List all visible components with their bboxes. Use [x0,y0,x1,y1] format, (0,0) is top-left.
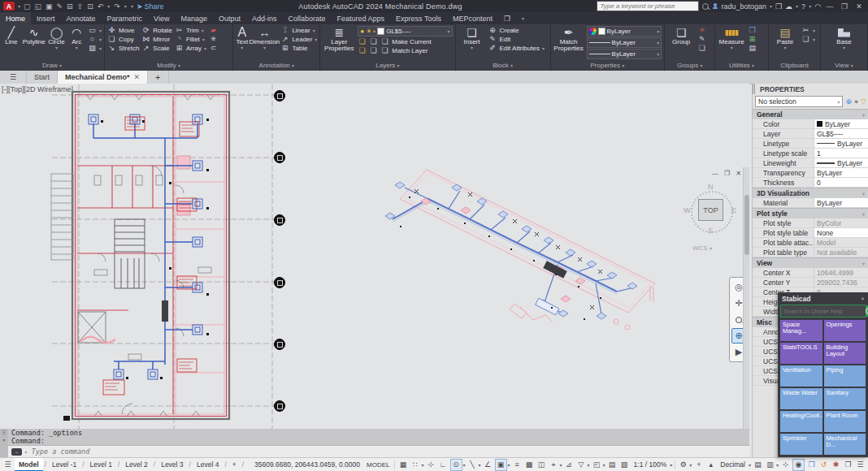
group-toggle-button[interactable]: ❏ [697,44,706,52]
cmd-expand-icon[interactable]: ▾ [2,437,5,443]
cut-button[interactable]: ✂▾ [801,26,815,34]
lasso-icon[interactable]: ↺ [818,460,829,470]
edit-attributes-button[interactable]: ✐Edit Attributes▾ [488,44,545,52]
lineweight-display-icon[interactable]: ≡ [512,460,523,470]
panel-title-clipboard[interactable]: Clipboard [769,61,820,71]
command-caret-icon[interactable]: ▾ [24,449,28,455]
property-row[interactable]: Plot table attac...Model [753,238,868,248]
panel-title-groups[interactable]: Groups ▾ [665,61,714,71]
layout-menu-icon[interactable]: ☰ [2,460,13,470]
layout-tab-level2[interactable]: Level 2 [121,458,151,471]
coordinates-display[interactable]: 35609.6680, 206443.0459, 0.0000 [252,460,362,469]
property-row[interactable]: TransparencyByLayer [753,168,868,178]
section-view[interactable]: View▾ [753,257,868,268]
property-row[interactable]: LayerGL$5---- [753,129,868,139]
stabicad-tile-piping[interactable]: Piping [824,365,866,387]
text-button[interactable]: AText▾ [236,26,248,51]
open-icon[interactable]: ◱ [35,2,42,11]
array-button[interactable]: ⊞Array▾ [175,44,206,52]
user-caret-icon[interactable]: ▾ [770,3,772,9]
stabicad-tile-openings[interactable]: Openings [824,320,866,341]
scrollbar-thumb[interactable] [744,195,749,255]
quick-calc-button[interactable]: ⊞ [748,35,757,43]
new-drawing-button[interactable]: + [148,71,168,84]
autoscale-icon[interactable]: ▧ [619,460,630,470]
layout-tab-level3[interactable]: Level 3 [157,458,187,471]
ribbon-tab-view[interactable]: View [148,12,175,24]
ribbon-display-caret-icon[interactable]: ▾ [516,12,530,24]
panel-title-layers[interactable]: Layers ▾ [320,61,454,71]
view-cube-west[interactable]: W [684,206,691,214]
print-icon[interactable]: ⊡ [87,2,93,11]
model-space-button[interactable]: MODEL [364,461,392,469]
undo-caret-icon[interactable]: ▾ [107,3,110,9]
stretch-button[interactable]: ↘Stretch [107,44,139,52]
property-row[interactable]: Linetype scale1 [753,149,868,158]
drawing-canvas[interactable]: [-][Top][2D Wireframe] [0,84,749,429]
explode-button[interactable]: ✳ [209,35,218,43]
snap-mode-icon[interactable]: ∷ [410,460,420,470]
ribbon-tab-insert[interactable]: Insert [31,12,61,24]
circle-button[interactable]: ◯Circle▾ [48,26,66,51]
color-select[interactable]: ByLayer▾ [587,26,662,37]
property-row[interactable]: Center X10646.4999 [753,268,868,278]
property-row[interactable]: Plot table typeNot available [753,248,868,257]
dynamic-input-icon[interactable]: ⊹ [426,460,436,470]
paste-button[interactable]: ▤Paste▾ [771,26,799,51]
property-row[interactable]: MaterialByLayer [753,198,868,208]
property-row[interactable]: Center Y209002.7436 [753,278,868,287]
copy-button[interactable]: ❏Copy [107,35,139,43]
app-store-icon[interactable]: ❒ [775,2,782,11]
redo-icon[interactable]: ↷ [114,2,120,11]
section-general[interactable]: General▾ [753,109,868,119]
linear-button[interactable]: ⌶Linear▾ [280,26,317,34]
username[interactable]: radu_botogan [721,2,766,11]
connect-caret-icon[interactable]: ▾ [796,3,798,9]
property-row[interactable]: ColorByLayer [753,119,868,129]
stabicad-caret-icon[interactable]: ▾ [861,296,864,301]
select-objects-icon[interactable]: ⌖ [854,97,858,106]
qat-customize-caret-icon[interactable]: ▾ [131,3,133,9]
ribbon-display-toggle-icon[interactable]: ❐ [498,12,516,24]
stabicad-tile-sprinkler[interactable]: Sprinkler [780,434,822,455]
quick-select-button[interactable]: ❒ [748,26,757,34]
transparency-icon[interactable]: ▩ [524,460,535,470]
workspace-switching-icon[interactable]: ⚙ [678,460,688,470]
view-cube-south[interactable]: S [708,227,713,235]
make-current-button[interactable]: ❏ ❏❏ Make Current [358,37,452,45]
edit-block-button[interactable]: ✎Edit [488,35,545,43]
view-cube-top-face[interactable]: TOP [698,199,723,221]
leader-button[interactable]: ↗Leader▾ [280,35,317,43]
fillet-button[interactable]: ◝Fillet▾ [175,35,206,43]
polar-tracking-icon[interactable]: ⊙ [450,459,462,471]
file-tab-start[interactable]: Start [27,71,58,84]
panel-title-properties[interactable]: Properties ▾ [551,61,665,71]
rotate-button[interactable]: ⟳Rotate [141,26,172,34]
ribbon-tab-parametric[interactable]: Parametric [102,12,149,24]
move-button[interactable]: ✜Move [107,26,139,34]
isometric-drafting-icon[interactable]: ╲ [467,460,478,470]
new-layout-button[interactable]: + [228,458,241,471]
layer-properties-button[interactable]: ≣Layer Properties [323,26,355,53]
new-icon[interactable]: ▢ [24,2,31,11]
canvas-scrollbar[interactable] [743,167,749,429]
object-snap-icon[interactable]: ▣ [495,459,507,471]
layout-tab-level4[interactable]: Level 4 [193,458,223,471]
file-tab-close-icon[interactable]: ✕ [134,73,141,81]
annotation-visibility-icon[interactable]: ▤ [607,460,618,470]
quick-properties-icon[interactable]: ▤ [753,460,763,470]
panel-title-view[interactable]: View ▾ [821,61,867,71]
command-options-icon[interactable]: — [11,448,22,456]
viewport-close-icon[interactable]: ✕ [736,170,741,177]
arc-button[interactable]: ◠Arc▾ [67,26,85,51]
cmd-history-icon[interactable]: ☰ [2,430,6,435]
stabicad-search-input[interactable] [781,305,866,317]
search-icon[interactable] [702,3,709,10]
app-logo-icon[interactable]: A [3,2,15,11]
layout-tab-level1[interactable]: Level 1 [86,458,116,471]
panel-title-utilities[interactable]: Utilities ▾ [715,61,768,71]
selection-filter-icon[interactable]: ▽ [576,460,587,470]
stabicad-tile-waste-water[interactable]: Waste Water [780,388,822,409]
property-row[interactable]: LinetypeByLayer [753,139,868,149]
group-button[interactable]: ❏Group [667,26,695,45]
